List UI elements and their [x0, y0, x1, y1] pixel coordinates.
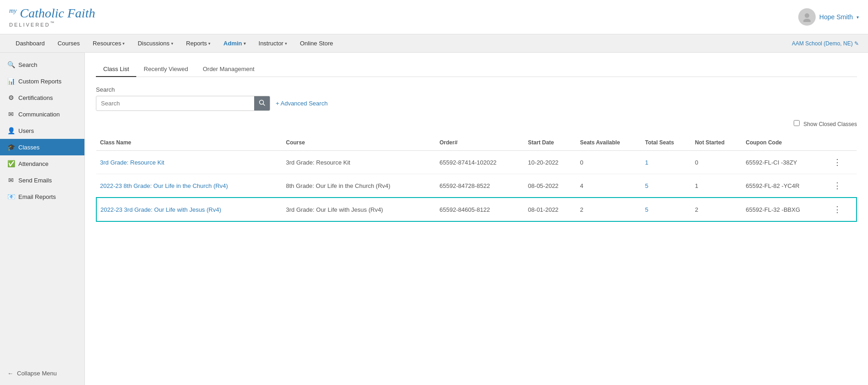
logo-my: my [9, 7, 17, 14]
sidebar-item-attendance[interactable]: ✅ Attendance [0, 155, 84, 172]
actions-cell: ⋮ [827, 174, 857, 198]
class-name-link[interactable]: 2022-23 8th Grade: Our Life in the Churc… [100, 182, 228, 189]
show-closed-text: Show Closed Classes [803, 121, 857, 127]
col-class-name: Class Name [96, 135, 282, 151]
class-name-cell: 2022-23 8th Grade: Our Life in the Churc… [96, 174, 282, 198]
sidebar-item-classes[interactable]: 🎓 Classes [0, 139, 84, 155]
nav-admin[interactable]: Admin ▾ [217, 34, 252, 52]
user-area[interactable]: Hope Smith ▾ [798, 8, 859, 26]
nav-discussions[interactable]: Discussions ▾ [131, 34, 179, 52]
not-started-cell: 2 [691, 198, 742, 221]
sidebar-item-send-emails[interactable]: ✉ Send Emails [0, 172, 84, 188]
seats-available-cell: 0 [576, 151, 641, 174]
collapse-label: Collapse Menu [17, 370, 57, 377]
col-actions [827, 135, 857, 151]
classes-icon: 🎓 [7, 143, 15, 151]
row-menu-button[interactable]: ⋮ [830, 157, 844, 167]
show-closed-checkbox[interactable] [794, 120, 800, 126]
order-cell: 65592-84728-8522 [436, 174, 524, 198]
main-layout: 🔍 Search 📊 Custom Reports ⚙ Certificatio… [0, 53, 868, 385]
actions-cell: ⋮ [827, 151, 857, 174]
school-name: AAM School (Demo, NE) [792, 40, 853, 47]
tab-order-management[interactable]: Order Management [195, 62, 262, 77]
nav-online-store[interactable]: Online Store [294, 34, 339, 52]
user-dropdown-arrow: ▾ [857, 15, 859, 20]
logo-area: my Catholic Faith DELIVERED™ [9, 7, 95, 28]
instructor-arrow: ▾ [285, 41, 287, 46]
total-seats-link[interactable]: 5 [645, 182, 648, 189]
school-label[interactable]: AAM School (Demo, NE) ✎ [792, 40, 859, 47]
class-name-cell: 2022-23 3rd Grade: Our Life with Jesus (… [96, 198, 282, 221]
search-label: Search [96, 86, 857, 93]
sidebar-item-users[interactable]: 👤 Users [0, 122, 84, 139]
coupon-code-cell: 65592-FL-CI -38ZY [742, 151, 827, 174]
row-menu-button[interactable]: ⋮ [830, 204, 844, 214]
search-input[interactable] [96, 97, 254, 110]
total-seats-link[interactable]: 5 [645, 206, 648, 213]
coupon-code-cell: 65592-FL-82 -YC4R [742, 174, 827, 198]
col-order: Order# [436, 135, 524, 151]
course-cell: 3rd Grade: Resource Kit [282, 151, 436, 174]
svg-line-3 [263, 104, 265, 106]
total-seats-cell: 5 [641, 174, 691, 198]
total-seats-cell: 1 [641, 151, 691, 174]
nav-bar: Dashboard Courses Resources ▾ Discussion… [0, 34, 868, 53]
user-name: Hope Smith [819, 13, 853, 21]
class-name-cell: 3rd Grade: Resource Kit [96, 151, 282, 174]
col-course: Course [282, 135, 436, 151]
total-seats-link[interactable]: 1 [645, 159, 648, 166]
table-row: 2022-23 8th Grade: Our Life in the Churc… [96, 174, 857, 198]
avatar [798, 8, 816, 26]
show-closed-container: Show Closed Classes [96, 120, 857, 127]
class-name-link[interactable]: 2022-23 3rd Grade: Our Life with Jesus (… [100, 206, 221, 213]
search-button[interactable] [254, 96, 270, 110]
nav-courses[interactable]: Courses [51, 34, 86, 52]
nav-reports[interactable]: Reports ▾ [180, 34, 217, 52]
row-menu-button[interactable]: ⋮ [830, 181, 844, 191]
sidebar-item-email-reports[interactable]: 📧 Email Reports [0, 188, 84, 205]
sidebar-label-attendance: Attendance [18, 160, 49, 167]
start-date-cell: 08-01-2022 [524, 198, 576, 221]
not-started-cell: 1 [691, 174, 742, 198]
table-header-row: Class Name Course Order# Start Date Seat… [96, 135, 857, 151]
class-name-link[interactable]: 3rd Grade: Resource Kit [100, 159, 164, 166]
tab-class-list[interactable]: Class List [96, 62, 136, 77]
sidebar-label-send-emails: Send Emails [18, 177, 52, 184]
logo-text: my Catholic Faith [9, 7, 95, 20]
start-date-cell: 08-05-2022 [524, 174, 576, 198]
nav-instructor[interactable]: Instructor ▾ [252, 34, 294, 52]
sidebar-label-classes: Classes [18, 144, 39, 151]
nav-resources[interactable]: Resources ▾ [86, 34, 131, 52]
show-closed-label[interactable]: Show Closed Classes [794, 120, 857, 127]
sidebar-item-custom-reports[interactable]: 📊 Custom Reports [0, 73, 84, 89]
resources-arrow: ▾ [122, 41, 125, 46]
logo-brand: Catholic Faith [17, 6, 95, 20]
edit-school-icon[interactable]: ✎ [854, 40, 859, 47]
sidebar-label-users: Users [18, 127, 34, 134]
nav-dashboard[interactable]: Dashboard [9, 34, 51, 52]
search-row: + Advanced Search [96, 96, 857, 111]
sidebar-label-custom-reports: Custom Reports [18, 78, 61, 85]
svg-point-0 [805, 13, 809, 18]
sidebar-item-communication[interactable]: ✉ Communication [0, 106, 84, 122]
search-input-wrap [96, 96, 270, 111]
communication-icon: ✉ [7, 110, 15, 118]
send-emails-icon: ✉ [7, 176, 15, 184]
advanced-search-link[interactable]: + Advanced Search [276, 100, 328, 107]
collapse-icon: ← [7, 370, 13, 377]
custom-reports-icon: 📊 [7, 77, 15, 85]
tab-recently-viewed[interactable]: Recently Viewed [136, 62, 195, 77]
table-row: 2022-23 3rd Grade: Our Life with Jesus (… [96, 198, 857, 221]
logo-delivered: DELIVERED™ [9, 21, 95, 28]
collapse-menu[interactable]: ← Collapse Menu [0, 365, 84, 381]
sidebar-item-search[interactable]: 🔍 Search [0, 56, 84, 73]
col-start-date: Start Date [524, 135, 576, 151]
start-date-cell: 10-20-2022 [524, 151, 576, 174]
table-header: Class Name Course Order# Start Date Seat… [96, 135, 857, 151]
table-row: 3rd Grade: Resource Kit 3rd Grade: Resou… [96, 151, 857, 174]
logo-delivered-text: DELIVERED [9, 22, 50, 27]
email-reports-icon: 📧 [7, 193, 15, 200]
sidebar-label-search: Search [18, 61, 37, 68]
top-header: my Catholic Faith DELIVERED™ Hope Smith … [0, 0, 868, 34]
sidebar-item-certifications[interactable]: ⚙ Certifications [0, 89, 84, 106]
